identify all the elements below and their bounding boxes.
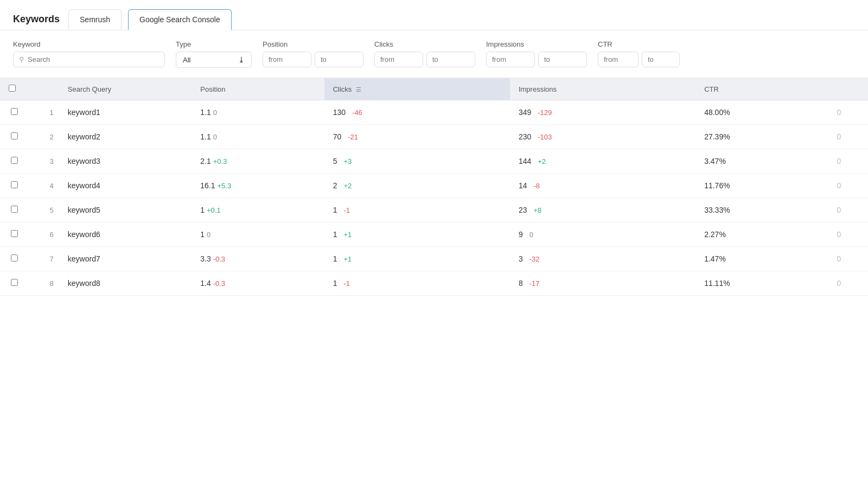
row-checkbox[interactable] [11, 108, 18, 115]
clicks-range [374, 52, 475, 67]
row-keyword: keyword3 [59, 149, 192, 174]
row-position: 1 +0.1 [192, 198, 324, 222]
impressions-delta: +8 [534, 206, 542, 214]
table-row: 6keyword61 01+1902.27%0 [0, 222, 868, 247]
row-checkbox[interactable] [11, 157, 18, 164]
row-position: 16.1 +5.3 [192, 174, 324, 198]
impressions-value: 9 [519, 230, 523, 239]
impressions-range [486, 52, 587, 67]
position-value: 1.4 [200, 279, 210, 288]
position-value: 1.1 [200, 108, 210, 117]
keyword-search-input[interactable] [28, 55, 159, 63]
select-all-checkbox[interactable] [9, 85, 16, 92]
ctr-value: 3.47% [704, 157, 726, 165]
row-position: 1.4 -0.3 [192, 271, 324, 296]
position-delta: +0.1 [207, 206, 221, 214]
position-value: 16.1 [200, 181, 215, 190]
row-checkbox[interactable] [11, 206, 18, 213]
header-checkbox-cell [0, 78, 33, 100]
impressions-label: Impressions [519, 85, 557, 93]
header-clicks[interactable]: Clicks ☰ [324, 78, 510, 100]
position-delta: 0 [213, 109, 217, 117]
row-checkbox-cell [0, 222, 33, 247]
row-keyword: keyword5 [59, 198, 192, 222]
row-impressions: 144+2 [510, 149, 695, 174]
clicks-delta: -21 [348, 133, 358, 141]
clicks-delta: +3 [343, 157, 352, 165]
type-select[interactable]: All ⤓ [176, 52, 252, 68]
filter-position: Position [263, 40, 363, 67]
row-num: 5 [33, 198, 59, 222]
row-clicks: 1-1 [324, 198, 510, 222]
row-checkbox[interactable] [11, 132, 18, 139]
row-checkbox-cell [0, 149, 33, 174]
ctr-to-input[interactable] [642, 52, 680, 67]
page-title: Keywords [13, 14, 60, 25]
header-ctr-last [828, 78, 868, 100]
ctr-from-input[interactable] [598, 52, 639, 67]
ctr-value: 27.39% [704, 132, 730, 141]
row-ctr: 2.27% [695, 222, 828, 247]
clicks-value: 130 [333, 108, 346, 117]
row-keyword: keyword8 [59, 271, 192, 296]
impressions-delta: -129 [538, 109, 552, 117]
position-label: Position [200, 85, 225, 93]
row-ctr-last: 0 [828, 247, 868, 271]
filter-row: Keyword ⚲ Type All ⤓ Position Clicks Imp… [0, 30, 868, 78]
position-to-input[interactable] [315, 52, 363, 67]
clicks-value: 5 [333, 157, 337, 165]
impressions-value: 144 [519, 157, 531, 165]
row-num: 4 [33, 174, 59, 198]
row-checkbox[interactable] [11, 181, 18, 188]
clicks-value: 1 [333, 206, 337, 214]
row-num: 7 [33, 247, 59, 271]
impressions-delta: -17 [529, 279, 540, 288]
row-keyword: keyword7 [59, 247, 192, 271]
impressions-delta: -103 [538, 133, 552, 141]
ctr-value: 33.33% [704, 206, 730, 214]
tab-semrush[interactable]: Semrush [68, 9, 122, 29]
row-position: 3.3 -0.3 [192, 247, 324, 271]
position-from-input[interactable] [263, 52, 311, 67]
row-checkbox[interactable] [11, 230, 18, 237]
tab-gsc[interactable]: Google Search Console [128, 9, 232, 30]
clicks-to-input[interactable] [426, 52, 475, 67]
clicks-from-input[interactable] [374, 52, 423, 67]
impressions-delta: -8 [534, 182, 540, 190]
row-checkbox-cell [0, 271, 33, 296]
row-clicks: 130-46 [324, 100, 510, 125]
header-num [33, 78, 59, 100]
row-num: 8 [33, 271, 59, 296]
search-query-label: Search Query [68, 85, 111, 93]
position-value: 2.1 [200, 157, 210, 165]
filter-impressions: Impressions [486, 40, 587, 67]
impressions-value: 8 [519, 279, 523, 288]
row-ctr: 27.39% [695, 125, 828, 149]
row-checkbox[interactable] [11, 279, 18, 286]
clicks-filter-label: Clicks [374, 40, 475, 48]
row-clicks: 5+3 [324, 149, 510, 174]
row-ctr-last: 0 [828, 125, 868, 149]
table-row: 1keyword11.1 0130-46349-12948.00%0 [0, 100, 868, 125]
keywords-table-wrap: Search Query Position Clicks ☰ Impressio… [0, 78, 868, 296]
clicks-delta: -46 [352, 109, 362, 117]
header-position: Position [192, 78, 324, 100]
position-value: 1 [200, 206, 205, 214]
impressions-to-input[interactable] [538, 52, 587, 67]
position-range [263, 52, 363, 67]
row-ctr-last: 0 [828, 271, 868, 296]
header-impressions: Impressions [510, 78, 695, 100]
ctr-value: 2.27% [704, 230, 726, 239]
table-row: 3keyword32.1 +0.35+3144+23.47%0 [0, 149, 868, 174]
row-keyword: keyword2 [59, 125, 192, 149]
impressions-from-input[interactable] [486, 52, 535, 67]
clicks-label: Clicks [333, 85, 352, 93]
clicks-value: 2 [333, 181, 337, 190]
row-clicks: 2+2 [324, 174, 510, 198]
row-checkbox[interactable] [11, 254, 18, 262]
keyword-search-wrap[interactable]: ⚲ [13, 52, 165, 67]
row-ctr: 1.47% [695, 247, 828, 271]
impressions-filter-label: Impressions [486, 40, 587, 48]
row-num: 3 [33, 149, 59, 174]
row-position: 1 0 [192, 222, 324, 247]
